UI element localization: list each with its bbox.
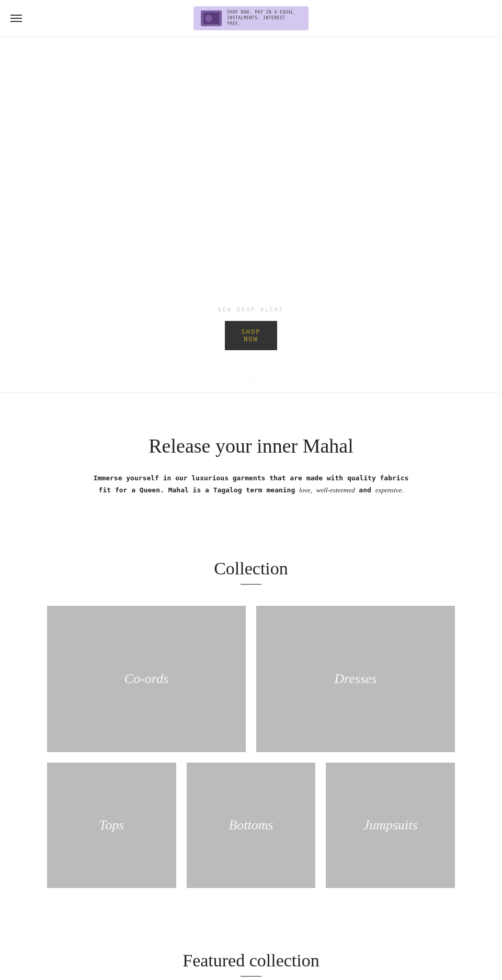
header: SHOP NOW. PAY IN 4 EQUAL INSTALMENTS. IN… <box>0 0 502 37</box>
collection-card-tops[interactable]: Tops <box>47 763 176 888</box>
collection-title: Collection <box>21 559 481 579</box>
menu-button[interactable] <box>10 15 22 22</box>
collection-card-dresses[interactable]: Dresses <box>256 606 455 752</box>
collection-card-coords[interactable]: Co-ords <box>47 606 246 752</box>
featured-section: Featured collection SAVER$10 SOLDOUT <box>0 919 502 980</box>
collection-label-tops: Tops <box>99 817 124 833</box>
promo-text: SHOP NOW. PAY IN 4 EQUAL INSTALMENTS. IN… <box>227 9 301 27</box>
collection-label-dresses: Dresses <box>334 671 376 687</box>
collection-card-bottoms[interactable]: Bottoms <box>187 763 316 888</box>
collection-grid-large: Co-ords Dresses <box>47 606 455 752</box>
intro-body: Immerse yourself in our luxurious garmen… <box>89 472 413 497</box>
promo-image <box>201 10 222 26</box>
svg-point-1 <box>205 15 212 22</box>
intro-title: Release your inner Mahal <box>89 434 413 457</box>
collection-grid-small: Tops Bottoms Jumpsuits <box>47 763 455 888</box>
collection-label-jumpsuits: Jumpsuits <box>363 817 418 833</box>
collection-card-jumpsuits[interactable]: Jumpsuits <box>326 763 455 888</box>
hero-section: NEW DROP ALERT SHOPNOW ↓ <box>0 37 502 393</box>
shop-now-button[interactable]: SHOPNOW <box>225 321 278 350</box>
scroll-indicator: ↓ <box>250 376 253 382</box>
featured-title: Featured collection <box>21 951 481 971</box>
featured-divider <box>241 976 261 977</box>
collection-label-coords: Co-ords <box>124 671 168 687</box>
hero-content: NEW DROP ALERT SHOPNOW <box>218 307 284 350</box>
collection-section: Collection Co-ords Dresses Tops Bottoms … <box>0 527 502 919</box>
hero-subtitle: NEW DROP ALERT <box>218 307 284 313</box>
collection-label-bottoms: Bottoms <box>229 817 273 833</box>
intro-section: Release your inner Mahal Immerse yoursel… <box>68 393 434 528</box>
section-divider <box>241 584 261 585</box>
promo-banner[interactable]: SHOP NOW. PAY IN 4 EQUAL INSTALMENTS. IN… <box>193 6 309 30</box>
